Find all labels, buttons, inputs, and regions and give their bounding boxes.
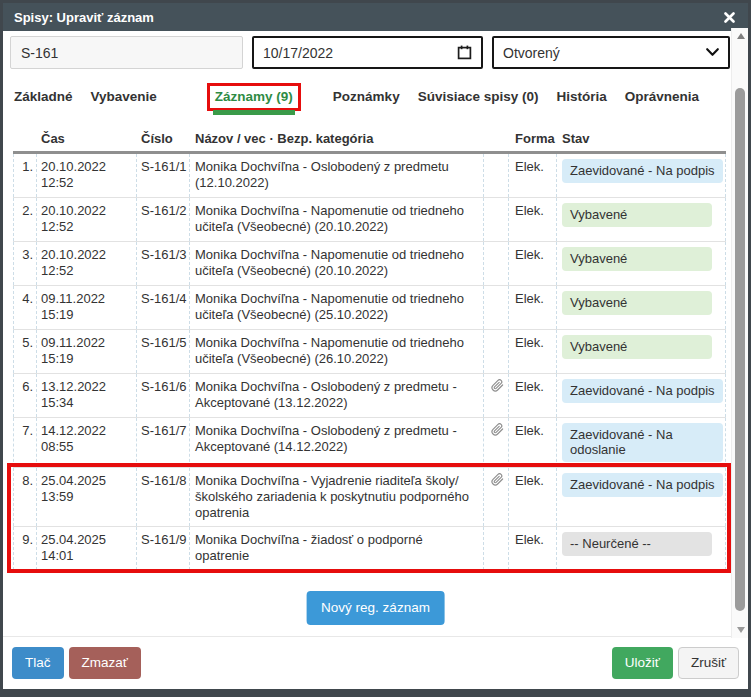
close-icon xyxy=(724,12,735,23)
cancel-button[interactable]: Zrušiť xyxy=(678,647,739,679)
header-index xyxy=(13,127,36,151)
table-row[interactable]: 2.20.10.202212:52S-161/2Monika Dochvíľna… xyxy=(13,198,726,242)
row-datetime: 20.10.202212:52 xyxy=(36,242,136,285)
header-status: Stav xyxy=(556,127,726,151)
status-badge: Zaevidované - Na podpis xyxy=(562,379,723,403)
row-time: 12:52 xyxy=(41,263,136,279)
print-button[interactable]: Tlač xyxy=(12,647,64,679)
row-date: 20.10.2022 xyxy=(41,203,136,219)
row-status: Vybavené xyxy=(556,286,726,329)
vertical-scrollbar xyxy=(731,28,748,638)
row-datetime: 13.12.202215:34 xyxy=(36,374,136,417)
row-attachment[interactable] xyxy=(483,468,508,526)
header-number: Číslo xyxy=(136,127,189,151)
tab-vybavenie[interactable]: Vybavenie xyxy=(91,89,157,104)
row-form: Elek. xyxy=(508,198,556,241)
table-row[interactable]: 6.13.12.202215:34S-161/6Monika Dochvíľna… xyxy=(13,374,726,418)
header-form: Forma xyxy=(508,127,556,151)
scroll-down-button[interactable] xyxy=(732,622,748,638)
row-form: Elek. xyxy=(508,330,556,373)
row-attachment[interactable] xyxy=(483,374,508,417)
tab-pozn-mky[interactable]: Poznámky xyxy=(333,89,400,104)
close-button[interactable] xyxy=(722,10,737,25)
row-index: 7. xyxy=(13,418,36,467)
row-number: S-161/5 xyxy=(136,330,189,373)
calendar-icon xyxy=(457,45,472,60)
row-index: 8. xyxy=(13,468,36,526)
row-index: 1. xyxy=(13,154,36,197)
table-row[interactable]: 3.20.10.202212:52S-161/3Monika Dochvíľna… xyxy=(13,242,726,286)
new-record-button[interactable]: Nový reg. záznam xyxy=(306,591,445,625)
status-badge: -- Neurčené -- xyxy=(562,532,712,556)
row-number: S-161/8 xyxy=(136,468,189,526)
table-row[interactable]: 1.20.10.202212:52S-161/1Monika Dochvíľna… xyxy=(13,154,726,198)
table-row[interactable]: 8.25.04.202513:59S-161/8Monika Dochvíľna… xyxy=(13,468,726,527)
row-time: 12:52 xyxy=(41,175,136,191)
table-row[interactable]: 5.09.11.202215:19S-161/5Monika Dochvíľna… xyxy=(13,330,726,374)
row-title: Monika Dochvíľna - Napomenutie od triedn… xyxy=(189,330,483,373)
dialog-titlebar: Spisy: Upraviť záznam xyxy=(3,3,748,31)
row-date: 13.12.2022 xyxy=(41,379,136,395)
tab-z-kladn[interactable]: Základné xyxy=(14,89,73,104)
table-row[interactable]: 7.14.12.202208:55S-161/7Monika Dochvíľna… xyxy=(13,418,726,468)
row-title: Monika Dochvíľna - Oslobodený z predmetu… xyxy=(189,374,483,417)
table-body: 1.20.10.202212:52S-161/1Monika Dochvíľna… xyxy=(13,154,726,571)
table-row[interactable]: 9.25.04.202514:01S-161/9Monika Dochvíľna… xyxy=(13,527,726,571)
row-attachment xyxy=(483,330,508,373)
row-index: 2. xyxy=(13,198,36,241)
tab-opr-vnenia[interactable]: Oprávnenia xyxy=(625,89,699,104)
row-number: S-161/4 xyxy=(136,286,189,329)
row-attachment xyxy=(483,242,508,285)
row-status: Vybavené xyxy=(556,242,726,285)
row-status: Zaevidované - Na podpis xyxy=(556,374,726,417)
tab-hist-ria[interactable]: História xyxy=(556,89,606,104)
row-date: 09.11.2022 xyxy=(41,291,136,307)
row-form: Elek. xyxy=(508,468,556,526)
row-form: Elek. xyxy=(508,154,556,197)
status-badge: Zaevidované - Na podpis xyxy=(562,473,723,497)
status-selected-value: Otvorený xyxy=(503,45,706,61)
header-attachment xyxy=(483,127,508,151)
status-badge: Vybavené xyxy=(562,291,712,315)
tab-s-visiace-spisy-0[interactable]: Súvisiace spisy (0) xyxy=(418,89,539,104)
triangle-up-icon xyxy=(737,33,745,39)
row-date: 14.12.2022 xyxy=(41,423,136,439)
row-title: Monika Dochvíľna - Napomenutie od triedn… xyxy=(189,286,483,329)
row-date: 20.10.2022 xyxy=(41,159,136,175)
paperclip-icon xyxy=(491,473,504,486)
header-time: Čas xyxy=(36,127,136,151)
row-title: Monika Dochvíľna - žiadosť o podporné op… xyxy=(189,527,483,570)
row-title: Monika Dochvíľna - Vyjadrenie riaditeľa … xyxy=(189,468,483,526)
row-status: Vybavené xyxy=(556,330,726,373)
row-form: Elek. xyxy=(508,374,556,417)
row-number: S-161/9 xyxy=(136,527,189,570)
status-badge: Zaevidované - Na podpis xyxy=(562,159,723,183)
status-badge: Vybavené xyxy=(562,335,712,359)
row-datetime: 09.11.202215:19 xyxy=(36,286,136,329)
paperclip-icon xyxy=(491,379,504,392)
tabs: ZákladnéVybavenieZáznamy (9)PoznámkySúvi… xyxy=(14,89,717,104)
row-attachment[interactable] xyxy=(483,418,508,467)
row-date: 20.10.2022 xyxy=(41,247,136,263)
row-time: 15:34 xyxy=(41,395,136,411)
row-datetime: 25.04.202514:01 xyxy=(36,527,136,570)
status-select[interactable]: Otvorený xyxy=(492,36,730,69)
delete-button[interactable]: Zmazať xyxy=(69,647,141,679)
row-index: 3. xyxy=(13,242,36,285)
table-header-row: Čas Číslo Názov / vec · Bezp. kategória … xyxy=(13,127,726,154)
row-time: 08:55 xyxy=(41,439,136,455)
scrollbar-thumb[interactable] xyxy=(735,88,745,611)
scroll-up-button[interactable] xyxy=(732,28,748,44)
file-number-input[interactable] xyxy=(10,36,243,69)
save-button[interactable]: Uložiť xyxy=(612,647,673,679)
header-title: Názov / vec · Bezp. kategória xyxy=(189,127,483,151)
row-status: Zaevidované - Na odoslanie xyxy=(556,418,726,467)
row-status: Zaevidované - Na podpis xyxy=(556,154,726,197)
table-row[interactable]: 4.09.11.202215:19S-161/4Monika Dochvíľna… xyxy=(13,286,726,330)
tab-z-znamy-9[interactable]: Záznamy (9) xyxy=(215,89,293,104)
row-datetime: 09.11.202215:19 xyxy=(36,330,136,373)
row-title: Monika Dochvíľna - Napomenutie od triedn… xyxy=(189,198,483,241)
date-input[interactable]: 10/17/2022 xyxy=(252,36,483,69)
row-number: S-161/7 xyxy=(136,418,189,467)
row-time: 12:52 xyxy=(41,219,136,235)
